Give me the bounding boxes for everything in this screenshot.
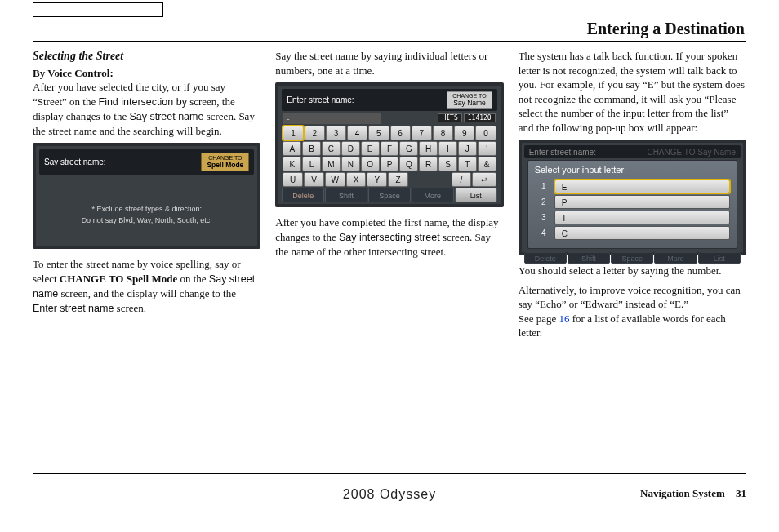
option-t[interactable]: T: [554, 211, 730, 224]
col3-paragraph-1: The system has a talk back function. If …: [519, 49, 746, 135]
option-c[interactable]: C: [554, 226, 730, 240]
page-link-16[interactable]: 16: [559, 313, 569, 325]
hits-counter: HITS114120: [436, 114, 495, 123]
option-row: 3 T: [535, 211, 730, 224]
column-3: The system has a talk back function. If …: [519, 49, 746, 345]
option-number: 4: [535, 228, 546, 239]
option-row: 2 P: [535, 195, 730, 209]
key-a[interactable]: A: [283, 141, 301, 156]
shot3-titlebar-dim: Enter street name: CHANGE TO Say Name: [524, 145, 741, 158]
key-s[interactable]: S: [438, 157, 457, 171]
delete-button[interactable]: Delete: [282, 188, 324, 202]
footer-page-number: 31: [736, 487, 746, 499]
key-ampersand[interactable]: &: [478, 157, 496, 171]
shot3-bottom-row-dim: Delete Shift Space More List: [524, 252, 741, 264]
content-columns: Selecting the Street By Voice Control: A…: [33, 49, 746, 345]
col1-paragraph-1: After you have selected the city, or if …: [33, 80, 260, 138]
list-button-dim: List: [698, 252, 741, 264]
option-e[interactable]: E: [554, 180, 730, 193]
key-1[interactable]: 1: [283, 126, 303, 140]
change-to-spell-mode-button[interactable]: CHANGE TO Spell Mode: [201, 153, 249, 171]
option-p[interactable]: P: [554, 195, 730, 209]
key-3[interactable]: 3: [326, 126, 346, 140]
col2-paragraph-1: Say the street name by saying individual…: [275, 49, 503, 78]
key-l[interactable]: L: [302, 157, 321, 171]
shot2-prompt: Enter street name:: [287, 95, 354, 106]
option-row: 1 E: [535, 180, 730, 193]
key-z[interactable]: Z: [388, 172, 408, 187]
section-subhead: Selecting the Street: [33, 49, 260, 64]
voice-control-label: By Voice Control:: [33, 66, 260, 81]
shot1-prompt: Say street name:: [44, 157, 106, 168]
key-0[interactable]: 0: [475, 126, 496, 140]
key-apostrophe[interactable]: ': [478, 141, 496, 156]
key-v[interactable]: V: [304, 172, 324, 187]
input-letter-popup: Select your input letter: 1 E 2 P 3 T 4 …: [527, 160, 737, 249]
option-row: 4 C: [535, 226, 730, 240]
key-i[interactable]: I: [438, 141, 457, 156]
footer-navsys: Navigation System: [640, 487, 725, 499]
column-2: Say the street name by saying individual…: [275, 49, 503, 345]
option-number: 3: [535, 212, 546, 224]
key-t[interactable]: T: [458, 157, 477, 171]
key-p[interactable]: P: [381, 157, 399, 171]
col3-paragraph-2: You should select a letter by saying the…: [519, 264, 746, 278]
screenshot-select-input-letter: Enter street name: CHANGE TO Say Name Se…: [519, 140, 746, 255]
key-c[interactable]: C: [322, 141, 341, 156]
key-9[interactable]: 9: [454, 126, 474, 140]
key-y[interactable]: Y: [367, 172, 387, 187]
space-button[interactable]: Space: [368, 188, 411, 202]
shot2-bottom-row: Delete Shift Space More List: [282, 188, 496, 202]
change-to-say-name-button[interactable]: CHANGE TO Say Name: [447, 91, 492, 109]
key-n[interactable]: N: [341, 157, 360, 171]
key-m[interactable]: M: [322, 157, 341, 171]
key-slash[interactable]: /: [452, 172, 472, 187]
entry-field[interactable]: -: [283, 113, 381, 124]
col3-paragraph-3: Alternatively, to improve voice recognit…: [519, 283, 746, 340]
key-u[interactable]: U: [283, 172, 303, 187]
key-o[interactable]: O: [361, 157, 380, 171]
onscreen-keyboard: 1 2 3 4 5 6 7 8 9 0 A B C D E F: [282, 126, 496, 187]
key-7[interactable]: 7: [412, 126, 432, 140]
shot1-titlebar: Say street name: CHANGE TO Spell Mode: [39, 149, 254, 175]
page-title: Entering a Destination: [587, 20, 745, 38]
shift-button[interactable]: Shift: [325, 188, 367, 202]
key-b[interactable]: B: [302, 141, 321, 156]
key-d[interactable]: D: [341, 141, 360, 156]
key-r[interactable]: R: [419, 157, 438, 171]
col1-paragraph-2: To enter the street name by voice spelli…: [33, 257, 260, 315]
key-8[interactable]: 8: [433, 126, 453, 140]
key-g[interactable]: G: [399, 141, 418, 156]
shift-button-dim: Shift: [568, 252, 610, 264]
popup-title: Select your input letter:: [535, 164, 730, 176]
shot2-entry-row: - HITS114120: [282, 113, 496, 126]
shot1-note: * Exclude street types & direction: Do n…: [39, 204, 254, 226]
key-f[interactable]: F: [381, 141, 399, 156]
more-button-dim: More: [654, 252, 697, 264]
key-e[interactable]: E: [361, 141, 380, 156]
key-enter[interactable]: ↵: [472, 172, 496, 187]
key-4[interactable]: 4: [347, 126, 367, 140]
space-button-dim: Space: [611, 252, 653, 264]
key-q[interactable]: Q: [399, 157, 418, 171]
delete-button-dim: Delete: [524, 252, 567, 264]
key-5[interactable]: 5: [368, 126, 389, 140]
column-1: Selecting the Street By Voice Control: A…: [33, 49, 260, 345]
header-rule: [33, 41, 746, 42]
screenshot-enter-street-name: Enter street name: CHANGE TO Say Name - …: [275, 82, 503, 207]
key-2[interactable]: 2: [305, 126, 325, 140]
key-x[interactable]: X: [346, 172, 367, 187]
key-j[interactable]: J: [458, 141, 477, 156]
key-w[interactable]: W: [325, 172, 345, 187]
col2-paragraph-2: After you have completed the first name,…: [275, 215, 503, 259]
option-number: 2: [535, 197, 546, 208]
key-h[interactable]: H: [419, 141, 438, 156]
more-button[interactable]: More: [412, 188, 454, 202]
key-k[interactable]: K: [283, 157, 301, 171]
list-button[interactable]: List: [455, 188, 497, 202]
page-footer: 2008 Odyssey Navigation System 31: [33, 473, 746, 502]
shot2-titlebar: Enter street name: CHANGE TO Say Name: [282, 89, 496, 111]
screenshot-say-street-name: Say street name: CHANGE TO Spell Mode * …: [33, 143, 260, 249]
shot3-change-button-dim: CHANGE TO Say Name: [647, 147, 736, 158]
key-6[interactable]: 6: [390, 126, 411, 140]
